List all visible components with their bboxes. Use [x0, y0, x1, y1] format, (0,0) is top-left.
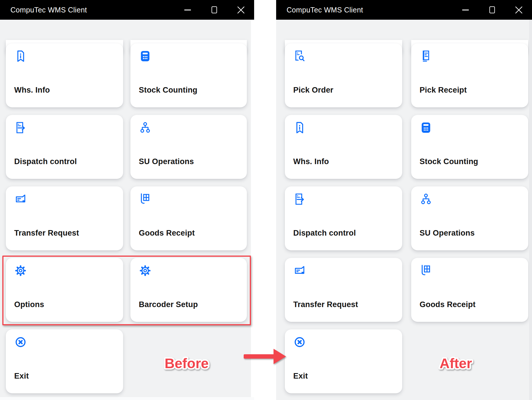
tile-whs-info[interactable]: Whs. Info [6, 43, 123, 107]
calculator-icon [419, 121, 433, 134]
close-icon [237, 6, 245, 14]
minimize-icon [184, 10, 191, 10]
window-title: CompuTec WMS Client [287, 6, 363, 14]
window-title: CompuTec WMS Client [10, 6, 87, 14]
tile-label: Dispatch control [14, 157, 77, 166]
vertical-scrollbar[interactable] [251, 20, 254, 397]
window-controls [174, 0, 254, 20]
document-arrow-icon [293, 192, 306, 206]
tile-label: Pick Order [293, 86, 334, 95]
document-arrow-icon [14, 121, 27, 134]
window-bottom-edge [0, 397, 254, 400]
tile-exit[interactable]: Exit [285, 329, 402, 393]
tile-dispatch-control[interactable]: Dispatch control [285, 186, 402, 250]
x-circle-icon [14, 335, 27, 349]
gear-icon [139, 264, 152, 277]
tile-transfer-request[interactable]: Transfer Request [285, 258, 402, 322]
maximize-icon [489, 6, 495, 13]
page: { "colors": { "accent_blue": "#0d6efd", … [0, 0, 532, 400]
tile-label: Goods Receipt [420, 300, 475, 309]
tile-exit[interactable]: Exit [6, 329, 123, 393]
tile-pick-receipt[interactable]: Pick Receipt [411, 43, 528, 107]
tile-label: Stock Counting [420, 157, 478, 166]
tile-label: SU Operations [420, 229, 475, 238]
maximize-button[interactable] [479, 0, 505, 20]
bookmark-info-icon [293, 121, 306, 134]
tile-label: Stock Counting [139, 86, 197, 95]
tile-label: Exit [293, 372, 308, 381]
tile-dispatch-control[interactable]: Dispatch control [6, 115, 123, 179]
document-search-icon [293, 49, 306, 63]
minimize-button[interactable] [452, 0, 479, 20]
hand-truck-icon [139, 192, 152, 206]
hierarchy-icon [139, 121, 152, 134]
bookmark-info-icon [14, 49, 27, 63]
minimize-icon [462, 10, 469, 10]
tile-label: Options [14, 300, 44, 309]
tile-grid: Pick OrderPick ReceiptWhs. InfoStock Cou… [276, 20, 532, 400]
tile-label: Exit [14, 372, 29, 381]
tile-label: Goods Receipt [139, 229, 195, 238]
tile-pick-order[interactable]: Pick Order [285, 43, 402, 107]
card-note-icon [293, 264, 306, 277]
tile-label: Barcoder Setup [139, 300, 198, 309]
tile-options[interactable]: Options [6, 258, 123, 322]
tile-label: Whs. Info [293, 157, 329, 166]
close-button[interactable] [505, 0, 532, 20]
tile-label: Pick Receipt [420, 86, 467, 95]
wms-client-window-before: CompuTec WMS Client Whs. InfoStock Count… [0, 0, 254, 400]
receipt-icon [419, 49, 433, 63]
card-note-icon [14, 192, 27, 206]
tile-barcoder-setup[interactable]: Barcoder Setup [130, 258, 247, 322]
tile-grid: Whs. InfoStock CountingDispatch controlS… [0, 20, 254, 400]
tile-goods-receipt[interactable]: Goods Receipt [411, 258, 528, 322]
tile-whs-info[interactable]: Whs. Info [285, 115, 402, 179]
tile-label: Transfer Request [293, 300, 358, 309]
tile-su-operations[interactable]: SU Operations [130, 115, 247, 179]
x-circle-icon [293, 335, 306, 349]
tile-goods-receipt[interactable]: Goods Receipt [130, 186, 247, 250]
tile-label: SU Operations [139, 157, 194, 166]
vertical-scrollbar[interactable] [529, 20, 532, 400]
tile-transfer-request[interactable]: Transfer Request [6, 186, 123, 250]
wms-client-window-after: CompuTec WMS Client Pick OrderPick Recei… [276, 0, 532, 400]
minimize-button[interactable] [174, 0, 201, 20]
tile-label: Dispatch control [293, 229, 356, 238]
gear-icon [14, 264, 27, 277]
tile-su-operations[interactable]: SU Operations [411, 186, 528, 250]
close-icon [515, 6, 523, 14]
tile-stock-counting[interactable]: Stock Counting [130, 43, 247, 107]
tile-label: Transfer Request [14, 229, 79, 238]
window-controls [452, 0, 532, 20]
tile-label: Whs. Info [14, 86, 50, 95]
maximize-icon [212, 6, 217, 13]
maximize-button[interactable] [201, 0, 227, 20]
hierarchy-icon [419, 192, 433, 206]
hand-truck-icon [419, 264, 433, 277]
calculator-icon [139, 49, 152, 63]
close-button[interactable] [227, 0, 254, 20]
tile-stock-counting[interactable]: Stock Counting [411, 115, 528, 179]
titlebar: CompuTec WMS Client [0, 0, 254, 20]
titlebar: CompuTec WMS Client [276, 0, 532, 20]
